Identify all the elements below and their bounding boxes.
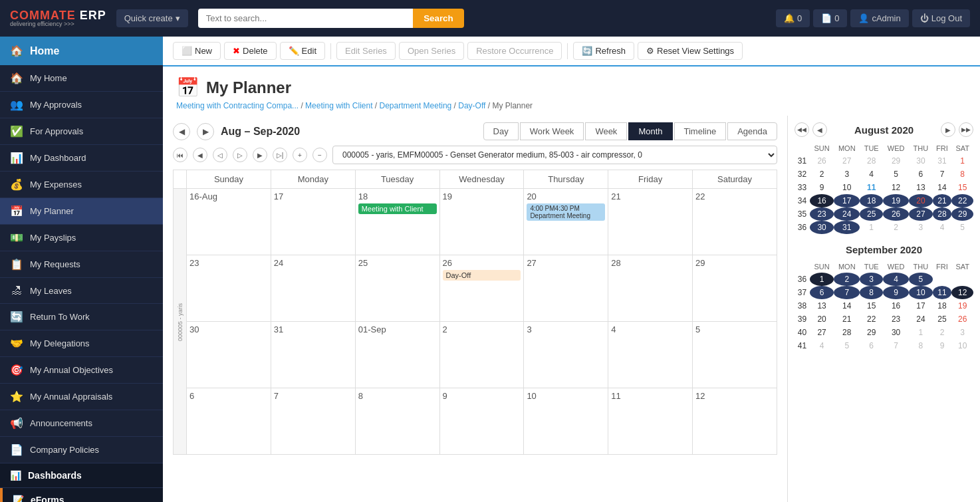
mini-cal-day[interactable]: 29 — [860, 326, 882, 339]
quick-create-button[interactable]: Quick create ▾ — [116, 9, 188, 27]
mini-cal-day[interactable]: 1 — [909, 326, 932, 339]
mini-cal-day[interactable]: 18 — [933, 299, 952, 313]
event-dept-meeting[interactable]: 4:00 PM4:30 PMDepartment Meeting — [527, 203, 605, 221]
search-button[interactable]: Search — [413, 9, 463, 28]
sidebar-item-my-requests[interactable]: 📋 My Requests — [0, 251, 163, 278]
breadcrumb-link-3[interactable]: Department Meeting — [380, 101, 452, 110]
mini-cal-day[interactable]: 20 — [909, 194, 932, 207]
mini-cal-day[interactable]: 30 — [909, 154, 932, 168]
cal-cell-31[interactable]: 31 — [271, 322, 355, 388]
cal-cell-sep12[interactable]: 12 — [693, 388, 777, 455]
mini-cal-day[interactable]: 8 — [951, 168, 973, 181]
mini-cal-day[interactable]: 9 — [883, 286, 909, 299]
cal-cell-sep7[interactable]: 7 — [271, 388, 355, 455]
first-page-button[interactable]: ⏮ — [173, 148, 187, 162]
edit-button[interactable]: ✏️ Edit — [280, 42, 325, 60]
event-meeting-client[interactable]: Meeting with Client — [358, 203, 437, 214]
mini-cal-next-year-button[interactable]: ▶▶ — [959, 122, 973, 137]
mini-cal-day[interactable]: 19 — [883, 194, 909, 207]
cal-cell-23[interactable]: 23 — [187, 255, 271, 322]
cal-cell-sep8[interactable]: 8 — [355, 388, 439, 455]
mini-cal-day[interactable]: 19 — [951, 299, 973, 313]
cal-cell-sep5[interactable]: 5 — [693, 322, 777, 388]
sidebar-item-for-approvals[interactable]: ✅ For Approvals — [0, 118, 163, 145]
next-filter-button[interactable]: ▷| — [273, 148, 287, 162]
mini-cal-day[interactable]: 15 — [860, 299, 882, 313]
mini-cal-day[interactable]: 2 — [810, 168, 834, 181]
view-tab-month[interactable]: Month — [628, 122, 672, 140]
cal-cell-24[interactable]: 24 — [271, 255, 355, 322]
mini-cal-day[interactable]: 8 — [909, 339, 932, 352]
mini-cal-day[interactable]: 9 — [810, 181, 834, 194]
cal-cell-18[interactable]: 18 Meeting with Client — [355, 189, 439, 255]
mini-cal-day[interactable]: 14 — [933, 181, 952, 194]
sidebar-item-announcements[interactable]: 📢 Announcements — [0, 410, 163, 437]
open-series-button[interactable]: Open Series — [399, 42, 464, 60]
cal-cell-30[interactable]: 30 — [187, 322, 271, 388]
cal-cell-sep2[interactable]: 2 — [439, 322, 524, 388]
mini-cal-day[interactable]: 3 — [951, 326, 973, 339]
new-button[interactable]: ⬜ New — [173, 42, 221, 60]
prev-play-button[interactable]: ◁ — [213, 148, 227, 162]
document-button[interactable]: 📄 0 — [813, 9, 847, 27]
cal-cell-sep11[interactable]: 11 — [608, 388, 693, 455]
collapse-button[interactable]: − — [312, 148, 327, 162]
sidebar-item-company-policies[interactable]: 📄 Company Policies — [0, 437, 163, 463]
mini-cal-day[interactable]: 17 — [909, 299, 932, 313]
mini-cal-day[interactable]: 23 — [810, 207, 834, 221]
cal-cell-19[interactable]: 19 — [439, 189, 524, 255]
mini-cal-day[interactable]: 5 — [834, 339, 860, 352]
view-tab-work-week[interactable]: Work Week — [520, 122, 584, 140]
cal-cell-16aug[interactable]: 16-Aug — [187, 189, 271, 255]
mini-cal-day[interactable]: 11 — [933, 286, 952, 299]
mini-cal-day[interactable]: 23 — [883, 313, 909, 326]
mini-cal-day[interactable]: 9 — [933, 339, 952, 352]
mini-cal-day[interactable]: 4 — [810, 339, 834, 352]
sidebar-item-my-annual-objectives[interactable]: 🎯 My Annual Objectives — [0, 357, 163, 384]
mini-cal-day[interactable]: 31 — [834, 221, 860, 234]
sidebar-item-my-delegations[interactable]: 🤝 My Delegations — [0, 330, 163, 357]
mini-cal-day[interactable]: 24 — [909, 313, 932, 326]
mini-cal-day[interactable]: 21 — [933, 194, 952, 207]
mini-cal-day[interactable]: 25 — [860, 207, 882, 221]
mini-cal-day[interactable]: 22 — [951, 194, 973, 207]
cal-cell-29[interactable]: 29 — [693, 255, 777, 322]
cal-cell-27[interactable]: 27 — [524, 255, 608, 322]
mini-cal-day[interactable]: 8 — [860, 286, 882, 299]
mini-cal-day[interactable]: 28 — [933, 207, 952, 221]
mini-cal-day[interactable]: 5 — [883, 168, 909, 181]
mini-cal-day[interactable]: 1 — [810, 273, 834, 286]
delete-button[interactable]: ✖ Delete — [224, 42, 277, 60]
cal-cell-28[interactable]: 28 — [608, 255, 693, 322]
expand-button[interactable]: + — [293, 148, 307, 162]
breadcrumb-link-1[interactable]: Meeting with Contracting Compa... — [176, 101, 299, 110]
cal-cell-sep4[interactable]: 4 — [608, 322, 693, 388]
sidebar-item-my-home[interactable]: 🏠 My Home — [0, 65, 163, 92]
mini-cal-day[interactable]: 3 — [909, 221, 932, 234]
mini-cal-prev-year-button[interactable]: ◀◀ — [795, 122, 809, 137]
mini-cal-day[interactable]: 28 — [834, 326, 860, 339]
mini-cal-day[interactable]: 10 — [834, 181, 860, 194]
mini-cal-day[interactable]: 27 — [909, 207, 932, 221]
view-tab-week[interactable]: Week — [585, 122, 627, 140]
mini-cal-day[interactable]: 10 — [909, 286, 932, 299]
view-tab-timeline[interactable]: Timeline — [674, 122, 727, 140]
mini-cal-day[interactable]: 4 — [933, 221, 952, 234]
mini-cal-day[interactable]: 22 — [860, 313, 882, 326]
cal-cell-26[interactable]: 26 Day-Off — [439, 255, 524, 322]
mini-cal-day[interactable]: 26 — [810, 154, 834, 168]
mini-cal-day[interactable]: 21 — [834, 313, 860, 326]
search-input[interactable] — [198, 9, 414, 28]
mini-cal-day[interactable]: 13 — [909, 181, 932, 194]
sidebar-item-my-annual-appraisals[interactable]: ⭐ My Annual Appraisals — [0, 384, 163, 410]
sidebar-item-my-payslips[interactable]: 💵 My Payslips — [0, 225, 163, 251]
mini-cal-day[interactable]: 6 — [909, 168, 932, 181]
cal-cell-sep6[interactable]: 6 — [187, 388, 271, 455]
mini-cal-day[interactable]: 6 — [810, 286, 834, 299]
breadcrumb-link-2[interactable]: Meeting with Client — [305, 101, 372, 110]
mini-cal-day[interactable]: 16 — [810, 194, 834, 207]
mini-cal-day[interactable]: 3 — [834, 168, 860, 181]
mini-cal-day[interactable]: 13 — [810, 299, 834, 313]
sidebar-item-my-leaves[interactable]: 🏖 My Leaves — [0, 278, 163, 304]
cal-cell-01sep[interactable]: 01-Sep — [355, 322, 439, 388]
